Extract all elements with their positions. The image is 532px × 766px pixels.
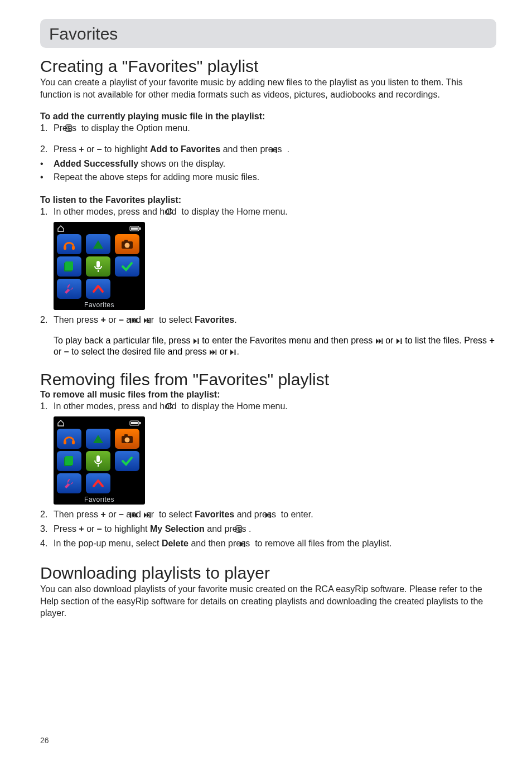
add-bullet-1: •Added Successfully shows on the display… bbox=[40, 157, 496, 171]
subheading-remove: To remove all music files from the playl… bbox=[40, 390, 496, 400]
listen-step-2: 2.Then press + or – and or to select Fav… bbox=[40, 313, 496, 328]
home-cell-check bbox=[115, 451, 139, 471]
home-menu-label: Favorites bbox=[57, 496, 142, 503]
home-cell-video bbox=[86, 429, 110, 449]
svg-rect-15 bbox=[139, 227, 141, 230]
remove-step-1: 1.In other modes, press and hold to disp… bbox=[40, 400, 496, 414]
svg-rect-16 bbox=[64, 246, 66, 250]
home-cell-headphones bbox=[57, 234, 81, 254]
home-menu-screenshot: Favorites bbox=[54, 416, 145, 505]
subheading-listen: To listen to the Favorites playlist: bbox=[40, 195, 496, 205]
add-bullet-2: •Repeat the above steps for adding more … bbox=[40, 171, 496, 184]
svg-rect-29 bbox=[72, 440, 75, 444]
home-cell-favorites bbox=[86, 473, 110, 493]
home-cell-camera bbox=[115, 234, 139, 254]
remove-step-4: 4.In the pop-up menu, select Delete and … bbox=[40, 537, 496, 551]
svg-rect-28 bbox=[64, 440, 66, 444]
play-pause-icon bbox=[193, 337, 200, 347]
svg-rect-17 bbox=[72, 246, 75, 250]
svg-rect-31 bbox=[124, 434, 128, 437]
next-icon bbox=[209, 348, 217, 358]
home-cell-tool bbox=[57, 473, 81, 493]
section-title: Favorites bbox=[49, 25, 486, 43]
intro-creating: You can create a playlist of your favori… bbox=[40, 76, 496, 100]
home-cell-book bbox=[57, 451, 81, 471]
add-step-1: 1.Press to display the Option menu. bbox=[40, 122, 496, 136]
section-header-bar: Favorites bbox=[40, 19, 496, 48]
home-cell-check bbox=[115, 256, 139, 277]
add-step-2: 2.Press + or – to highlight Add to Favor… bbox=[40, 143, 496, 157]
remove-step-3: 3.Press + or – to highlight My Selection… bbox=[40, 522, 496, 537]
home-menu-label: Favorites bbox=[57, 301, 142, 309]
battery-icon bbox=[129, 226, 142, 231]
subheading-add: To add the currently playing music file … bbox=[40, 111, 496, 122]
play-pause-icon bbox=[230, 348, 236, 358]
svg-rect-27 bbox=[139, 422, 141, 424]
svg-rect-14 bbox=[131, 227, 138, 230]
home-cell-book bbox=[57, 256, 81, 277]
heading-creating-favorites: Creating a "Favorites" playlist bbox=[40, 57, 496, 75]
remove-step-2: 2.Then press + or – and or to select Fav… bbox=[40, 508, 496, 522]
svg-rect-34 bbox=[65, 456, 73, 465]
listen-step-1: 1.In other modes, press and hold to disp… bbox=[40, 205, 496, 220]
page-number: 26 bbox=[40, 736, 49, 745]
home-icon bbox=[57, 225, 65, 232]
heading-removing-favorites: Removing files from "Favorites" playlist bbox=[40, 370, 496, 389]
home-cell-video bbox=[86, 234, 110, 254]
svg-rect-26 bbox=[131, 422, 138, 424]
home-icon bbox=[57, 420, 65, 426]
svg-rect-22 bbox=[65, 261, 73, 270]
paragraph-downloading: You can also download playlists of your … bbox=[40, 583, 496, 619]
svg-rect-19 bbox=[124, 240, 128, 242]
battery-icon bbox=[129, 420, 142, 426]
home-cell-mic bbox=[86, 451, 110, 471]
home-cell-favorites bbox=[86, 279, 110, 299]
heading-downloading: Downloading playlists to player bbox=[40, 564, 496, 582]
svg-point-20 bbox=[125, 243, 130, 248]
home-cell-tool bbox=[57, 279, 81, 299]
next-icon bbox=[375, 337, 383, 347]
home-cell-mic bbox=[86, 256, 110, 277]
listen-paragraph: To play back a particular file, press to… bbox=[54, 336, 496, 358]
svg-point-32 bbox=[125, 438, 130, 443]
svg-rect-23 bbox=[96, 261, 100, 268]
play-pause-icon bbox=[396, 337, 403, 347]
home-menu-screenshot: Favorites bbox=[54, 222, 145, 310]
home-cell-camera bbox=[115, 429, 139, 449]
home-cell-headphones bbox=[57, 429, 81, 449]
svg-rect-35 bbox=[96, 455, 100, 462]
